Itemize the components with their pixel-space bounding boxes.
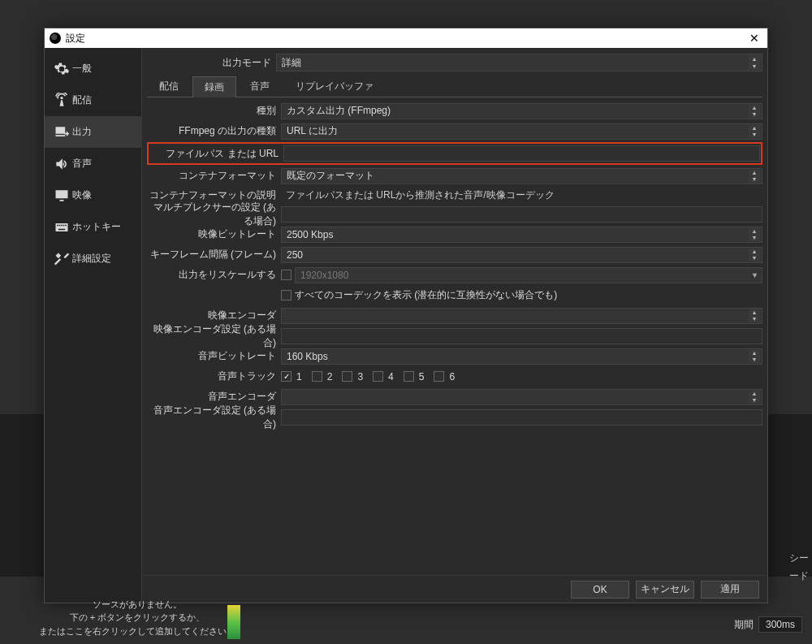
rescale-label: 出力をリスケールする [147,268,281,282]
type-label: 種別 [147,104,281,118]
venc-label: 映像エンコーダ [147,309,281,322]
show-all-codecs-label: すべてのコーデックを表示 (潜在的に互換性がない場合でも) [295,288,557,302]
antenna-icon [51,93,72,109]
output-mode-label: 出力モード [142,56,276,70]
tab-streaming[interactable]: 配信 [147,76,191,97]
rescale-select[interactable]: 1920x1080▼ [295,267,762,283]
abitrate-label: 音声ビットレート [147,349,281,363]
tab-recording[interactable]: 録画 [192,76,236,97]
sidebar-item-label: 音声 [72,157,92,171]
output-tabs: 配信 録画 音声 リプレイバッファ [147,76,762,97]
output-icon [51,124,72,140]
ffmpeg-output-type-label: FFmpeg の出力の種類 [147,124,281,138]
sidebar-item-output[interactable]: 出力 [45,116,141,148]
abitrate-input[interactable]: 160 Kbps▲▼ [281,348,762,365]
sidebar-item-advanced[interactable]: 詳細設定 [45,243,141,274]
vbitrate-label: 映像ビットレート [147,227,281,241]
duration-value[interactable]: 300ms [758,616,802,633]
aenc-label: 音声エンコーダ [147,390,281,404]
monitor-icon [51,188,72,204]
keyframe-label: キーフレーム間隔 (フレーム) [147,248,281,261]
sidebar-item-label: ホットキー [72,220,121,234]
path-or-url-highlight: ファイルパス または URL [147,142,762,165]
type-select[interactable]: カスタム出力 (FFmpeg)▲▼ [281,103,762,119]
venc-settings-input[interactable] [281,328,762,344]
chevron-updown-icon: ▲▼ [749,55,760,70]
track-5-checkbox[interactable] [404,371,414,382]
venc-select[interactable]: ▲▼ [281,308,762,324]
speaker-icon [51,156,72,172]
obs-logo-icon [50,32,61,44]
gear-icon [51,61,72,77]
background-cut-text: シー ード [789,549,812,585]
sidebar-item-hotkeys[interactable]: ホットキー [45,211,141,243]
sidebar-item-general[interactable]: 一般 [45,53,141,84]
sidebar-item-label: 一般 [72,62,92,76]
track-4-checkbox[interactable] [373,371,383,382]
aenc-select[interactable]: ▲▼ [281,389,762,405]
sidebar-item-label: 詳細設定 [72,252,111,266]
muxer-input[interactable] [281,206,762,223]
tracks-label: 音声トラック [147,370,281,383]
ok-button[interactable]: OK [571,581,629,599]
track-2-checkbox[interactable] [312,371,322,382]
path-or-url-input[interactable] [283,145,760,162]
track-3-checkbox[interactable] [342,371,352,382]
container-label: コンテナフォーマット [147,169,281,183]
sidebar-item-label: 映像 [72,188,92,202]
aenc-settings-label: 音声エンコーダ設定 (ある場合) [147,404,281,431]
duration-label: 期間 [734,618,754,632]
rescale-checkbox[interactable] [281,270,292,280]
keyframe-input[interactable]: 250▲▼ [281,247,762,263]
sidebar-item-video[interactable]: 映像 [45,179,141,211]
titlebar: 設定 ✕ [45,28,767,48]
show-all-codecs-checkbox[interactable] [281,290,292,300]
sidebar-item-label: 配信 [72,93,92,107]
tools-icon [51,251,72,267]
sidebar-item-audio[interactable]: 音声 [45,148,141,179]
no-source-hint: ソースがありません。 下の + ボタンをクリックするか、 またはここを右クリック… [39,598,235,638]
sidebar-item-label: 出力 [72,125,92,139]
keyboard-icon [51,219,72,236]
close-icon[interactable]: ✕ [746,32,762,45]
tab-replay-buffer[interactable]: リプレイバッファ [283,76,386,97]
audio-meter-icon [227,605,240,639]
path-or-url-label: ファイルパス または URL [149,147,283,161]
container-select[interactable]: 既定のフォーマット▲▼ [281,168,762,184]
track-1-checkbox[interactable]: ✓ [281,371,292,382]
output-mode-select[interactable]: 詳細 ▲▼ [276,54,762,71]
apply-button[interactable]: 適用 [701,581,759,599]
tab-audio[interactable]: 音声 [238,76,282,97]
cancel-button[interactable]: キャンセル [636,581,694,599]
dialog-title: 設定 [66,32,85,45]
aenc-settings-input[interactable] [281,409,762,426]
settings-dialog: 設定 ✕ 一般 配信 出力 音声 映像 [44,28,768,603]
venc-settings-label: 映像エンコーダ設定 (ある場合) [147,322,281,350]
sidebar-item-stream[interactable]: 配信 [45,84,141,116]
vbitrate-input[interactable]: 2500 Kbps▲▼ [281,227,762,243]
ffmpeg-output-type-select[interactable]: URL に出力▲▼ [281,123,762,140]
sidebar: 一般 配信 出力 音声 映像 ホットキー [45,48,142,603]
chevron-down-icon: ▼ [751,271,758,279]
container-desc-value: ファイルパスまたは URLから推測された音声/映像コーデック [281,188,762,202]
track-6-checkbox[interactable] [434,371,444,382]
muxer-label: マルチプレクサーの設定 (ある場合) [147,201,281,228]
